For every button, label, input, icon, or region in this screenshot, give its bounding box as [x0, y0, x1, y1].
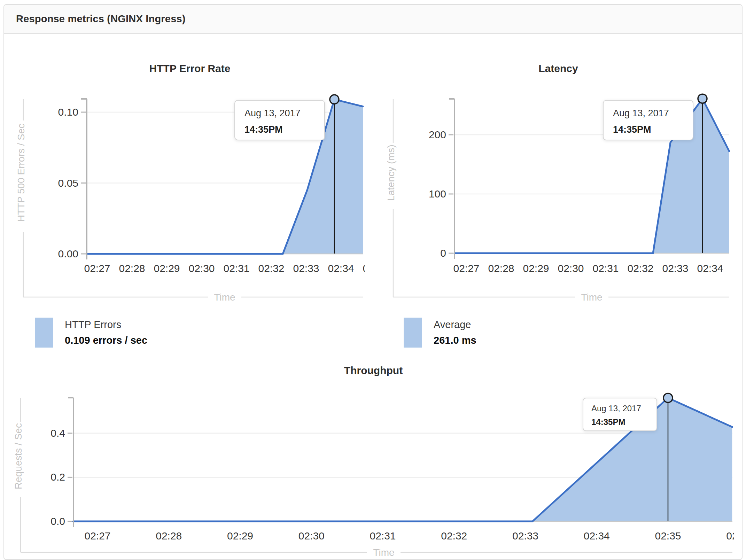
x-tick-label: 02:29	[154, 263, 180, 274]
tooltip-date: Aug 13, 2017	[244, 108, 301, 118]
x-tick-label: 02:34	[584, 530, 610, 542]
x-tick-label: 02:35	[655, 530, 681, 542]
x-tick-label: 02:33	[293, 263, 319, 274]
x-tick-label: 02:29	[227, 530, 253, 542]
y-tick-label: 0.05	[58, 177, 78, 189]
x-tick-label: 02:28	[119, 263, 145, 274]
x-tick-label: 02:28	[156, 530, 182, 542]
y-tick-label: 0.2	[50, 471, 65, 483]
y-tick-label: 200	[429, 129, 446, 140]
card-header: Response metrics (NGINX Ingress)	[4, 5, 742, 34]
hover-marker-point[interactable]	[663, 394, 673, 403]
hover-marker-point[interactable]	[330, 95, 339, 104]
chart-title: Throughput	[344, 365, 403, 376]
y-axis-title: Latency (ms)	[387, 145, 396, 201]
x-tick-label: 02:32	[441, 530, 467, 542]
chart-title: Latency	[538, 63, 578, 74]
tooltip-time: 14:35PM	[591, 417, 625, 427]
legend-swatch-icon	[404, 318, 422, 348]
page-title: Response metrics (NGINX Ingress)	[16, 13, 186, 25]
http-error-rate-chart[interactable]: HTTP 500 Errors / SecTimeHTTP Error Rate…	[4, 34, 365, 359]
tooltip-time: 14:35PM	[244, 124, 283, 135]
throughput-chart[interactable]: Requests / SecTimeThroughput0.00.20.402:…	[4, 359, 734, 560]
x-tick-label: 02:32	[627, 263, 653, 274]
x-tick-label: 02:33	[662, 263, 688, 274]
chart-title: HTTP Error Rate	[149, 63, 231, 74]
x-tick-label: 02:30	[298, 530, 325, 542]
y-tick-label: 100	[429, 188, 446, 200]
legend-text: HTTP Errors 0.109 errors / sec	[65, 319, 147, 346]
x-axis-title: Time	[581, 292, 602, 303]
legend-text: Average 261.0 ms	[434, 319, 476, 346]
legend-value: 0.109 errors / sec	[65, 335, 147, 346]
tooltip-time: 14:35PM	[613, 124, 651, 135]
x-tick-label: 02:31	[370, 530, 396, 542]
x-tick-label: 02:30	[558, 263, 584, 274]
x-tick-label: 02:27	[84, 263, 110, 274]
x-tick-label: 02:28	[488, 263, 514, 274]
x-tick-label: 02:34	[697, 263, 723, 274]
x-tick-label: 02:30	[188, 263, 215, 274]
y-tick-label: 0.00	[58, 248, 78, 259]
y-axis-title: Requests / Sec	[13, 423, 24, 489]
y-tick-label: 0.0	[50, 515, 65, 527]
legend-value: 261.0 ms	[434, 335, 476, 346]
x-tick-label: 02:36	[726, 530, 734, 542]
tooltip-date: Aug 13, 2017	[591, 404, 641, 413]
http-errors-legend: HTTP Errors 0.109 errors / sec	[35, 318, 147, 348]
legend-swatch-icon	[35, 318, 53, 348]
y-tick-label: 0.4	[50, 427, 65, 439]
x-tick-label: 02:35	[363, 263, 365, 274]
y-axis-title: HTTP 500 Errors / Sec	[16, 124, 26, 222]
latency-average-legend: Average 261.0 ms	[404, 318, 476, 348]
y-tick-label: 0.10	[58, 106, 78, 118]
x-tick-label: 02:27	[84, 530, 110, 542]
hover-marker-point[interactable]	[698, 94, 707, 103]
x-axis-title: Time	[214, 292, 235, 303]
latency-chart[interactable]: Latency (ms)TimeLatency010020002:2702:28…	[387, 34, 731, 359]
y-tick-label: 0	[440, 247, 446, 259]
x-tick-label: 02:34	[328, 263, 354, 274]
x-tick-label: 02:32	[258, 263, 284, 274]
response-metrics-card: Response metrics (NGINX Ingress) HTTP 50…	[3, 4, 743, 560]
x-tick-label: 02:31	[592, 263, 619, 274]
x-tick-label: 02:29	[523, 263, 549, 274]
response-metrics-page: Response metrics (NGINX Ingress) HTTP 50…	[0, 0, 746, 560]
tooltip-date: Aug 13, 2017	[613, 108, 669, 118]
legend-label: HTTP Errors	[65, 319, 147, 330]
x-tick-label: 02:33	[512, 530, 538, 542]
x-tick-label: 02:27	[453, 263, 479, 274]
legend-label: Average	[434, 319, 476, 330]
x-tick-label: 02:31	[223, 263, 249, 274]
x-axis-title: Time	[373, 547, 394, 558]
